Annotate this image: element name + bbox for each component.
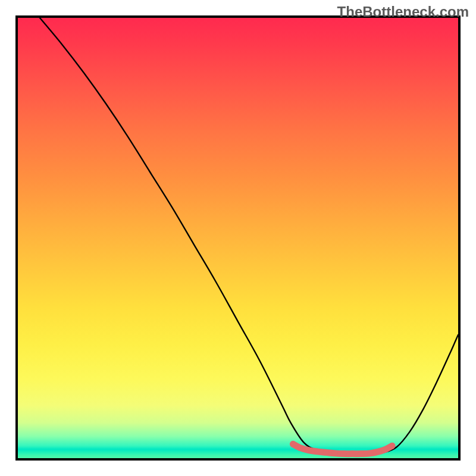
highlight-dot — [367, 450, 373, 456]
highlight-dot — [340, 450, 346, 456]
chart-container: TheBottleneck.com — [0, 0, 476, 476]
plot-area — [15, 15, 461, 461]
highlight-dot — [296, 444, 302, 450]
highlight-dot — [305, 447, 311, 453]
highlight-dot — [389, 443, 395, 449]
highlight-dots — [290, 441, 395, 457]
highlight-dot — [314, 449, 320, 455]
main-curve-path — [40, 18, 458, 454]
watermark-text: TheBottleneck.com — [337, 4, 469, 20]
highlight-dot — [358, 450, 364, 456]
highlight-dot — [376, 449, 382, 455]
highlight-dot — [290, 441, 296, 447]
highlight-dot — [332, 450, 338, 456]
highlight-dot — [349, 450, 355, 456]
curve-svg — [18, 18, 458, 458]
highlight-dot — [323, 449, 329, 455]
highlight-dot — [383, 446, 389, 452]
